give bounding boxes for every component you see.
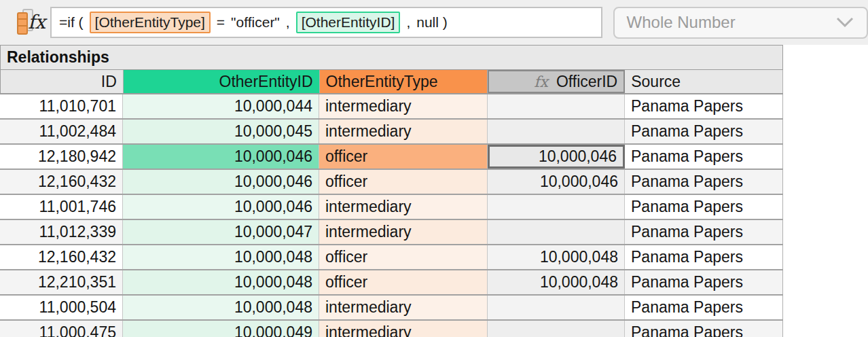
cell-source[interactable]: Panama Papers bbox=[625, 94, 783, 118]
table-header-row: IDOtherEntityIDOtherEntityTypefxOfficerI… bbox=[0, 70, 783, 94]
column-header-label: Source bbox=[631, 73, 681, 91]
table-row: 12,160,43210,000,046officer10,000,046Pan… bbox=[0, 170, 783, 195]
cell-source[interactable]: Panama Papers bbox=[625, 245, 783, 269]
cell-other-entity-id[interactable]: 10,000,044 bbox=[123, 94, 319, 118]
cell-id[interactable]: 11,012,339 bbox=[0, 220, 123, 244]
cell-officer-id[interactable]: 10,000,048 bbox=[488, 245, 625, 269]
cell-other-entity-type[interactable]: officer bbox=[319, 145, 488, 168]
table-title-label: Relationships bbox=[7, 48, 109, 67]
cell-source[interactable]: Panama Papers bbox=[625, 170, 783, 194]
cell-officer-id[interactable]: 10,000,048 bbox=[488, 270, 625, 294]
cell-id[interactable]: 11,000,475 bbox=[0, 321, 123, 337]
cell-officer-id[interactable] bbox=[488, 321, 625, 337]
formula-text: = bbox=[217, 14, 225, 31]
column-header-otherentityid[interactable]: OtherEntityID bbox=[124, 70, 320, 93]
table-title: Relationships bbox=[0, 45, 783, 70]
formula-token: [OtherEntityID] bbox=[296, 12, 401, 33]
fx-icon: fx bbox=[28, 11, 46, 33]
cell-other-entity-type[interactable]: officer bbox=[319, 170, 488, 194]
cell-other-entity-id[interactable]: 10,000,046 bbox=[123, 170, 319, 194]
table-row: 11,010,70110,000,044intermediaryPanama P… bbox=[0, 94, 783, 120]
cell-source[interactable]: Panama Papers bbox=[625, 145, 783, 168]
table-row: 11,001,74610,000,046intermediaryPanama P… bbox=[0, 195, 783, 220]
cell-officer-id[interactable] bbox=[488, 220, 625, 244]
table-row: 12,210,35110,000,048officer10,000,048Pan… bbox=[0, 270, 783, 296]
column-header-officerid[interactable]: fxOfficerID bbox=[488, 70, 625, 93]
table-row: 12,180,94210,000,046officer10,000,046Pan… bbox=[0, 145, 783, 170]
cell-id[interactable]: 11,002,484 bbox=[0, 120, 123, 143]
cell-id[interactable]: 11,010,701 bbox=[0, 94, 123, 118]
cell-id[interactable]: 12,180,942 bbox=[0, 145, 123, 168]
column-type-dropdown[interactable]: Whole Number bbox=[613, 7, 868, 39]
column-bar-icon bbox=[17, 12, 28, 35]
column-header-label: OtherEntityType bbox=[326, 73, 438, 91]
formula-column-icon: fx bbox=[7, 5, 45, 39]
cell-id[interactable]: 12,210,351 bbox=[0, 270, 123, 294]
cell-id[interactable]: 11,000,504 bbox=[0, 296, 123, 319]
cell-officer-id[interactable] bbox=[488, 296, 625, 319]
cell-other-entity-id[interactable]: 10,000,048 bbox=[123, 296, 319, 319]
formula-text: "officer" bbox=[231, 14, 280, 31]
fx-icon: fx bbox=[534, 73, 548, 90]
column-header-label: ID bbox=[101, 73, 117, 91]
cell-other-entity-type[interactable]: intermediary bbox=[319, 296, 488, 319]
cell-source[interactable]: Panama Papers bbox=[625, 195, 783, 219]
cell-officer-id[interactable] bbox=[488, 195, 625, 219]
cell-other-entity-id[interactable]: 10,000,049 bbox=[123, 321, 319, 337]
formula-input[interactable]: =if ([OtherEntityType]="officer",[OtherE… bbox=[50, 7, 602, 38]
formula-text: , bbox=[286, 14, 290, 31]
cell-id[interactable]: 12,160,432 bbox=[0, 245, 123, 269]
cell-source[interactable]: Panama Papers bbox=[625, 296, 783, 319]
column-header-label: OtherEntityID bbox=[219, 73, 313, 91]
formula-bar: fx =if ([OtherEntityType]="officer",[Oth… bbox=[0, 0, 868, 45]
table-body: 11,010,70110,000,044intermediaryPanama P… bbox=[0, 94, 783, 337]
table-row: 11,000,50410,000,048intermediaryPanama P… bbox=[0, 296, 783, 321]
cell-other-entity-id[interactable]: 10,000,048 bbox=[123, 245, 319, 269]
cell-other-entity-type[interactable]: intermediary bbox=[319, 195, 488, 219]
cell-other-entity-type[interactable]: intermediary bbox=[319, 220, 488, 244]
relationships-table: Relationships IDOtherEntityIDOtherEntity… bbox=[0, 45, 783, 337]
cell-officer-id[interactable] bbox=[488, 120, 625, 143]
cell-source[interactable]: Panama Papers bbox=[625, 270, 783, 294]
cell-other-entity-type[interactable]: officer bbox=[319, 270, 488, 294]
column-type-value: Whole Number bbox=[627, 13, 736, 32]
table-row: 11,002,48410,000,045intermediaryPanama P… bbox=[0, 120, 783, 145]
column-header-source[interactable]: Source bbox=[625, 70, 783, 93]
table-row: 11,012,33910,000,047intermediaryPanama P… bbox=[0, 220, 783, 245]
cell-id[interactable]: 11,001,746 bbox=[0, 195, 123, 219]
formula-text: =if ( bbox=[59, 14, 84, 31]
cell-officer-id[interactable]: 10,000,046 bbox=[488, 170, 625, 194]
cell-other-entity-id[interactable]: 10,000,047 bbox=[123, 220, 319, 244]
cell-other-entity-type[interactable]: intermediary bbox=[319, 321, 488, 337]
cell-other-entity-type[interactable]: intermediary bbox=[319, 94, 488, 118]
column-header-id[interactable]: ID bbox=[1, 70, 124, 93]
cell-other-entity-type[interactable]: officer bbox=[319, 245, 488, 269]
cell-officer-id[interactable] bbox=[488, 94, 625, 118]
column-header-label: OfficerID bbox=[556, 73, 617, 91]
cell-id[interactable]: 12,160,432 bbox=[0, 170, 123, 194]
cell-source[interactable]: Panama Papers bbox=[625, 120, 783, 143]
formula-token: [OtherEntityType] bbox=[90, 12, 211, 33]
cell-other-entity-id[interactable]: 10,000,045 bbox=[123, 120, 319, 143]
cell-source[interactable]: Panama Papers bbox=[625, 220, 783, 244]
formula-text: null ) bbox=[416, 14, 448, 31]
column-header-otherentitytype[interactable]: OtherEntityType bbox=[320, 70, 488, 93]
table-row: 12,160,43210,000,048officer10,000,048Pan… bbox=[0, 245, 783, 270]
chevron-down-icon bbox=[835, 16, 854, 29]
table-row: 11,000,47510,000,049intermediaryPanama P… bbox=[0, 321, 783, 337]
cell-other-entity-id[interactable]: 10,000,046 bbox=[123, 195, 319, 219]
cell-other-entity-id[interactable]: 10,000,048 bbox=[123, 270, 319, 294]
selected-cell-officer-id[interactable]: 10,000,046 bbox=[488, 145, 625, 168]
formula-text: , bbox=[406, 14, 410, 31]
cell-source[interactable]: Panama Papers bbox=[625, 321, 783, 337]
cell-other-entity-type[interactable]: intermediary bbox=[319, 120, 488, 143]
cell-other-entity-id[interactable]: 10,000,046 bbox=[123, 145, 319, 168]
